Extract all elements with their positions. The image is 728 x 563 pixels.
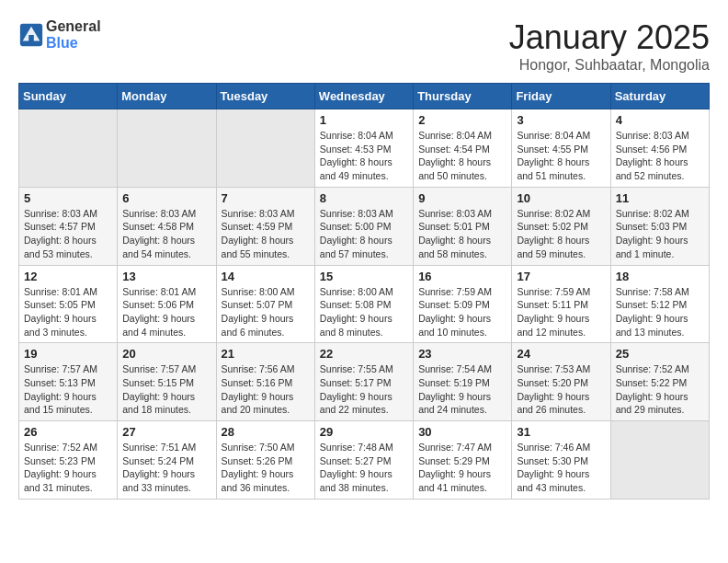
day-cell: 13Sunrise: 8:01 AM Sunset: 5:06 PM Dayli…: [118, 265, 216, 343]
day-number: 5: [24, 191, 112, 205]
day-number: 15: [320, 270, 408, 283]
day-number: 1: [320, 113, 408, 127]
day-number: 8: [320, 191, 408, 205]
day-cell: 17Sunrise: 7:59 AM Sunset: 5:11 PM Dayli…: [512, 265, 610, 343]
day-cell: 10Sunrise: 8:02 AM Sunset: 5:02 PM Dayli…: [512, 187, 610, 265]
day-number: 10: [517, 191, 605, 205]
day-info: Sunrise: 8:03 AM Sunset: 5:01 PM Dayligh…: [418, 207, 506, 261]
day-cell: 7Sunrise: 8:03 AM Sunset: 4:59 PM Daylig…: [216, 187, 314, 265]
title-area: January 2025 Hongor, Suhbaatar, Mongolia: [509, 18, 710, 74]
day-number: 31: [517, 425, 605, 439]
day-cell: 22Sunrise: 7:55 AM Sunset: 5:17 PM Dayli…: [314, 343, 413, 421]
day-header-friday: Friday: [512, 84, 610, 109]
week-row-4: 19Sunrise: 7:57 AM Sunset: 5:13 PM Dayli…: [19, 343, 710, 421]
day-number: 3: [517, 113, 605, 127]
day-number: 20: [122, 347, 210, 361]
day-number: 24: [517, 347, 605, 361]
day-header-monday: Monday: [118, 84, 216, 109]
day-number: 18: [616, 270, 704, 283]
day-cell: 21Sunrise: 7:56 AM Sunset: 5:16 PM Dayli…: [216, 343, 314, 421]
day-cell: [19, 109, 118, 188]
logo-general: General: [46, 18, 101, 34]
day-cell: 4Sunrise: 8:03 AM Sunset: 4:56 PM Daylig…: [610, 109, 709, 188]
day-number: 17: [517, 270, 605, 283]
day-info: Sunrise: 7:54 AM Sunset: 5:19 PM Dayligh…: [418, 362, 506, 417]
day-info: Sunrise: 7:52 AM Sunset: 5:22 PM Dayligh…: [616, 362, 704, 417]
day-info: Sunrise: 8:03 AM Sunset: 4:57 PM Dayligh…: [24, 207, 112, 261]
day-info: Sunrise: 8:02 AM Sunset: 5:03 PM Dayligh…: [616, 207, 704, 261]
day-info: Sunrise: 8:03 AM Sunset: 4:58 PM Dayligh…: [122, 207, 210, 261]
day-header-tuesday: Tuesday: [216, 84, 314, 109]
day-info: Sunrise: 8:00 AM Sunset: 5:07 PM Dayligh…: [222, 285, 310, 339]
day-number: 19: [24, 347, 112, 361]
day-cell: 9Sunrise: 8:03 AM Sunset: 5:01 PM Daylig…: [414, 187, 512, 265]
week-row-3: 12Sunrise: 8:01 AM Sunset: 5:05 PM Dayli…: [19, 265, 710, 343]
day-cell: 14Sunrise: 8:00 AM Sunset: 5:07 PM Dayli…: [216, 265, 314, 343]
logo-icon: [18, 22, 44, 48]
day-info: Sunrise: 8:04 AM Sunset: 4:54 PM Dayligh…: [418, 129, 506, 183]
day-cell: 15Sunrise: 8:00 AM Sunset: 5:08 PM Dayli…: [314, 265, 413, 343]
day-cell: 16Sunrise: 7:59 AM Sunset: 5:09 PM Dayli…: [414, 265, 512, 343]
day-info: Sunrise: 8:04 AM Sunset: 4:55 PM Dayligh…: [517, 129, 605, 183]
day-cell: 18Sunrise: 7:58 AM Sunset: 5:12 PM Dayli…: [610, 265, 709, 343]
day-info: Sunrise: 7:48 AM Sunset: 5:27 PM Dayligh…: [320, 441, 408, 495]
day-number: 12: [24, 270, 112, 283]
day-cell: 3Sunrise: 8:04 AM Sunset: 4:55 PM Daylig…: [512, 109, 610, 188]
day-number: 26: [24, 425, 112, 439]
day-number: 6: [122, 191, 210, 205]
week-row-1: 1Sunrise: 8:04 AM Sunset: 4:53 PM Daylig…: [19, 109, 710, 188]
day-info: Sunrise: 7:53 AM Sunset: 5:20 PM Dayligh…: [517, 362, 605, 417]
day-number: 16: [418, 270, 506, 283]
logo: General Blue: [18, 18, 101, 52]
day-info: Sunrise: 7:57 AM Sunset: 5:15 PM Dayligh…: [122, 362, 210, 417]
day-number: 7: [222, 191, 310, 205]
day-number: 23: [418, 347, 506, 361]
day-cell: 30Sunrise: 7:47 AM Sunset: 5:29 PM Dayli…: [414, 421, 512, 500]
day-number: 14: [222, 270, 310, 283]
day-number: 30: [418, 425, 506, 439]
day-cell: 20Sunrise: 7:57 AM Sunset: 5:15 PM Dayli…: [118, 343, 216, 421]
day-info: Sunrise: 7:59 AM Sunset: 5:09 PM Dayligh…: [418, 285, 506, 339]
logo-blue: Blue: [46, 35, 78, 51]
day-number: 27: [122, 425, 210, 439]
day-header-wednesday: Wednesday: [314, 84, 413, 109]
day-info: Sunrise: 8:03 AM Sunset: 4:59 PM Dayligh…: [222, 207, 310, 261]
day-cell: 19Sunrise: 7:57 AM Sunset: 5:13 PM Dayli…: [19, 343, 118, 421]
day-number: 28: [222, 425, 310, 439]
day-number: 13: [122, 270, 210, 283]
day-number: 4: [616, 113, 704, 127]
day-info: Sunrise: 7:50 AM Sunset: 5:26 PM Dayligh…: [222, 441, 310, 495]
day-cell: 1Sunrise: 8:04 AM Sunset: 4:53 PM Daylig…: [314, 109, 413, 188]
day-cell: [610, 421, 709, 500]
day-info: Sunrise: 8:01 AM Sunset: 5:05 PM Dayligh…: [24, 285, 112, 339]
day-number: 22: [320, 347, 408, 361]
day-number: 25: [616, 347, 704, 361]
week-row-5: 26Sunrise: 7:52 AM Sunset: 5:23 PM Dayli…: [19, 421, 710, 500]
day-info: Sunrise: 7:58 AM Sunset: 5:12 PM Dayligh…: [616, 285, 704, 339]
day-cell: 8Sunrise: 8:03 AM Sunset: 5:00 PM Daylig…: [314, 187, 413, 265]
header-row: SundayMondayTuesdayWednesdayThursdayFrid…: [19, 84, 710, 109]
day-info: Sunrise: 7:55 AM Sunset: 5:17 PM Dayligh…: [320, 362, 408, 417]
day-number: 29: [320, 425, 408, 439]
day-info: Sunrise: 8:02 AM Sunset: 5:02 PM Dayligh…: [517, 207, 605, 261]
day-number: 9: [418, 191, 506, 205]
day-number: 11: [616, 191, 704, 205]
day-info: Sunrise: 7:56 AM Sunset: 5:16 PM Dayligh…: [222, 362, 310, 417]
day-cell: 5Sunrise: 8:03 AM Sunset: 4:57 PM Daylig…: [19, 187, 118, 265]
day-info: Sunrise: 8:03 AM Sunset: 5:00 PM Dayligh…: [320, 207, 408, 261]
day-cell: 28Sunrise: 7:50 AM Sunset: 5:26 PM Dayli…: [216, 421, 314, 500]
calendar-table: SundayMondayTuesdayWednesdayThursdayFrid…: [18, 83, 710, 500]
day-info: Sunrise: 7:51 AM Sunset: 5:24 PM Dayligh…: [122, 441, 210, 495]
day-info: Sunrise: 7:52 AM Sunset: 5:23 PM Dayligh…: [24, 441, 112, 495]
day-cell: 24Sunrise: 7:53 AM Sunset: 5:20 PM Dayli…: [512, 343, 610, 421]
week-row-2: 5Sunrise: 8:03 AM Sunset: 4:57 PM Daylig…: [19, 187, 710, 265]
day-info: Sunrise: 8:03 AM Sunset: 4:56 PM Dayligh…: [616, 129, 704, 183]
day-cell: 26Sunrise: 7:52 AM Sunset: 5:23 PM Dayli…: [19, 421, 118, 500]
day-header-sunday: Sunday: [19, 84, 118, 109]
day-info: Sunrise: 8:04 AM Sunset: 4:53 PM Dayligh…: [320, 129, 408, 183]
day-cell: 27Sunrise: 7:51 AM Sunset: 5:24 PM Dayli…: [118, 421, 216, 500]
day-info: Sunrise: 8:00 AM Sunset: 5:08 PM Dayligh…: [320, 285, 408, 339]
day-info: Sunrise: 7:46 AM Sunset: 5:30 PM Dayligh…: [517, 441, 605, 495]
day-info: Sunrise: 7:47 AM Sunset: 5:29 PM Dayligh…: [418, 441, 506, 495]
day-cell: 6Sunrise: 8:03 AM Sunset: 4:58 PM Daylig…: [118, 187, 216, 265]
